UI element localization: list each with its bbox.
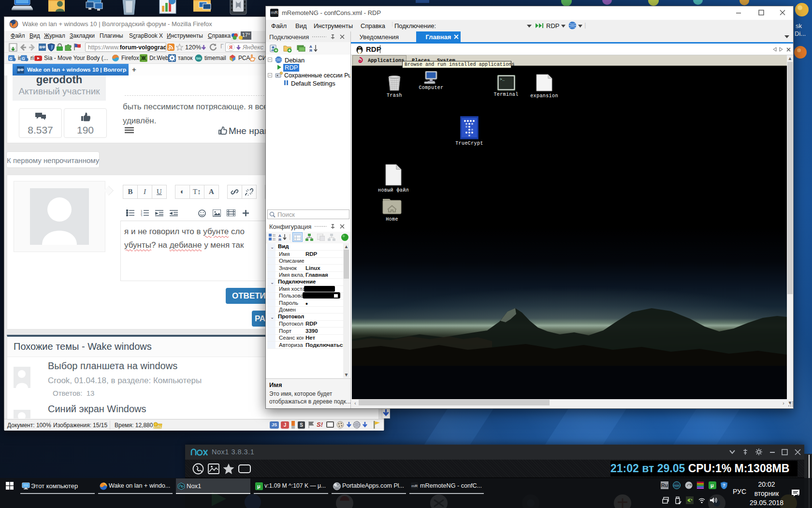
svg-text:G: G — [9, 56, 13, 61]
svg-text:>_: >_ — [500, 77, 505, 81]
svg-text:3: 3 — [141, 214, 143, 216]
svg-text:tm: tm — [196, 56, 201, 60]
svg-text:?: ? — [723, 483, 725, 488]
svg-text:Di...: Di... — [795, 30, 806, 37]
svg-text:Я: Я — [309, 48, 312, 53]
svg-text:μ: μ — [257, 483, 261, 489]
svg-text:nox: nox — [674, 484, 680, 487]
svg-text:μ: μ — [710, 482, 714, 488]
svg-text:Я: Я — [229, 45, 233, 50]
svg-text:Я: Я — [278, 238, 281, 241]
svg-text:sk: sk — [796, 22, 802, 30]
svg-text:G: G — [22, 56, 25, 61]
